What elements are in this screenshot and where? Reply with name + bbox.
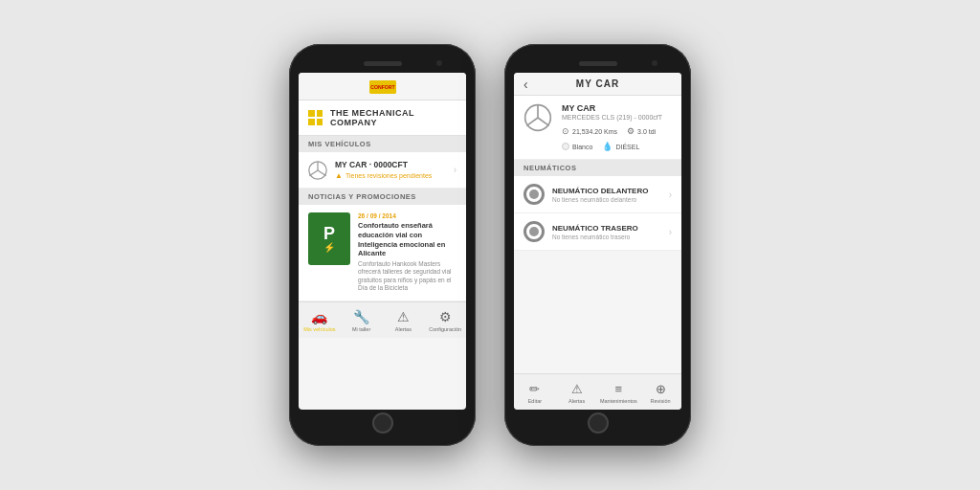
color-dot (562, 143, 569, 150)
tire-rear-info: NEUMÁTICO TRASERO No tienes neumático tr… (552, 224, 661, 240)
screen2-header: ‹ MY CAR (514, 73, 681, 96)
company-name-bar: THE MECHANICAL COMPANY (299, 100, 466, 136)
alert-triangle-icon: ▲ (335, 171, 343, 180)
nav2-alertas[interactable]: ⚠ Alertas (556, 382, 598, 404)
car-stats: ⊙ 21,534.20 Kms ⚙ 3.0 tdi (562, 126, 672, 136)
nav-alertas-label: Alertas (395, 326, 412, 332)
phones-container: CONFORT THE MECHANICAL COMPANY MIS VEHÍC… (289, 44, 691, 446)
tire-rear-chevron-icon: › (669, 227, 672, 237)
vehicle-chevron-icon: › (454, 165, 457, 175)
vehicle-name: MY CAR · 0000CFT (335, 160, 446, 169)
nav-item-taller[interactable]: 🔧 Mi taller (341, 309, 383, 332)
tire-row-front[interactable]: NEUMÁTICO DELANTERO No tienes neumático … (514, 176, 681, 213)
car-kms: 21,534.20 Kms (572, 128, 617, 135)
phone1-top-bar (299, 54, 466, 73)
phone2-speaker (579, 61, 617, 66)
phone1-bottom-nav: 🚗 Mis vehículos 🔧 Mi taller ⚠ Alertas ⚙ … (299, 301, 466, 338)
engine-icon: ⚙ (627, 126, 635, 136)
nav-config-label: Configuración (429, 326, 461, 332)
nav-item-alertas[interactable]: ⚠ Alertas (383, 309, 425, 332)
tire-rear-status: No tienes neumático trasero (552, 234, 661, 240)
car-stat-engine: ⚙ 3.0 tdi (627, 126, 656, 136)
parking-p-icon: P (323, 225, 335, 242)
nav2-rev-icon: ⊕ (656, 382, 666, 396)
nav-taller-icon: 🔧 (353, 309, 369, 324)
vehicles-section-header: MIS VEHÍCULOS (299, 136, 466, 152)
tire-front-name: NEUMÁTICO DELANTERO (552, 187, 661, 195)
car-title: MY CAR (562, 103, 672, 113)
svg-line-8 (526, 118, 538, 125)
company-grid-icon (308, 110, 323, 125)
car-stat-kms: ⊙ 21,534.20 Kms (562, 126, 617, 136)
nav2-mantenimientos[interactable]: ≡ Mantenimientos (598, 382, 640, 404)
nav-vehicles-icon: 🚗 (311, 309, 327, 324)
vehicle-row[interactable]: MY CAR · 0000CFT ▲ Tienes revisiones pen… (299, 152, 466, 189)
back-arrow-icon[interactable]: ‹ (523, 77, 528, 92)
news-image: P ⚡ (308, 212, 350, 265)
tire-front-info: NEUMÁTICO DELANTERO No tienes neumático … (552, 187, 661, 203)
tire-rear-name: NEUMÁTICO TRASERO (552, 224, 661, 233)
nav2-editar-label: Editar (528, 398, 542, 404)
vehicle-alert-text: Tienes revisiones pendientes (345, 172, 432, 179)
mercedes-logo-big (523, 103, 552, 132)
vehicle-alert: ▲ Tienes revisiones pendientes (335, 171, 446, 180)
phone2-screen: ‹ MY CAR MY CAR MERCEDES CLS (219) - 000… (514, 73, 681, 410)
fuel-drop-icon: 💧 (602, 142, 612, 151)
news-body: Confortauto Hankook Masters ofrecerá tal… (358, 260, 457, 293)
phone1-home-button[interactable] (372, 412, 393, 434)
phone2-camera (652, 60, 657, 66)
car-color-text: Blanco (572, 144, 592, 150)
svg-line-9 (538, 118, 549, 125)
svg-text:CONFORT: CONFORT (370, 84, 395, 90)
car-subtitle: MERCEDES CLS (219) - 0000cfT (562, 114, 672, 121)
svg-line-5 (318, 170, 326, 176)
nav2-mant-label: Mantenimientos (600, 398, 637, 404)
phone-1: CONFORT THE MECHANICAL COMPANY MIS VEHÍC… (289, 44, 476, 446)
car-fuel-stat: 💧 DIÉSEL (602, 142, 639, 151)
nav-vehicles-label: Mis vehículos (303, 326, 335, 332)
nav2-alertas-label: Alertas (568, 398, 585, 404)
tire-front-icon (523, 184, 545, 205)
nav-item-vehicles[interactable]: 🚗 Mis vehículos (299, 309, 341, 332)
phone2-bottom-bar (514, 410, 681, 436)
speedometer-icon: ⊙ (562, 126, 569, 136)
phone2-home-button[interactable] (588, 412, 609, 434)
nav-taller-label: Mi taller (352, 326, 370, 332)
car-engine: 3.0 tdi (637, 128, 656, 135)
car-info-section: MY CAR MERCEDES CLS (219) - 0000cfT ⊙ 21… (514, 96, 681, 160)
car-details: MY CAR MERCEDES CLS (219) - 0000cfT ⊙ 21… (562, 103, 672, 151)
car-fuel-text: DIÉSEL (615, 144, 639, 150)
news-content: 26 / 09 / 2014 Confortauto enseñará educ… (358, 212, 457, 293)
app-logo-icon: CONFORT (369, 78, 396, 96)
screen2-filler (514, 251, 681, 373)
nav2-editar-icon: ✏ (529, 382, 540, 396)
nav2-revision[interactable]: ⊕ Revisión (639, 382, 681, 404)
nav-alertas-icon: ⚠ (397, 309, 410, 324)
phone1-bottom-bar (299, 410, 466, 436)
nav2-mant-icon: ≡ (615, 382, 623, 396)
screen1-header: CONFORT (299, 73, 466, 100)
company-name-text: THE MECHANICAL COMPANY (330, 108, 457, 127)
logo-box: CONFORT (369, 78, 396, 96)
tire-front-chevron-icon: › (669, 189, 672, 200)
phone-2: ‹ MY CAR MY CAR MERCEDES CLS (219) - 000… (504, 44, 691, 446)
phone2-top-bar (514, 54, 681, 73)
car-color-stat: Blanco (562, 142, 592, 151)
phone1-speaker (364, 61, 402, 66)
tire-front-status: No tienes neumático delantero (552, 196, 661, 203)
nav-config-icon: ⚙ (439, 309, 452, 324)
vehicle-info: MY CAR · 0000CFT ▲ Tienes revisiones pen… (335, 160, 446, 180)
news-section-header: NOTICIAS Y PROMOCIONES (299, 189, 466, 205)
electric-icon: ⚡ (323, 242, 335, 253)
nav-item-config[interactable]: ⚙ Configuración (424, 309, 466, 332)
tire-row-rear[interactable]: NEUMÁTICO TRASERO No tienes neumático tr… (514, 213, 681, 251)
news-date: 26 / 09 / 2014 (358, 212, 457, 219)
nav2-editar[interactable]: ✏ Editar (514, 382, 556, 404)
phone2-bottom-nav: ✏ Editar ⚠ Alertas ≡ Mantenimientos ⊕ Re… (514, 373, 681, 410)
svg-line-4 (309, 170, 318, 176)
mercedes-logo (308, 161, 327, 180)
news-item[interactable]: P ⚡ 26 / 09 / 2014 Confortauto enseñará … (299, 205, 466, 301)
phone1-camera (436, 60, 442, 66)
tires-section-header: NEUMÁTICOS (514, 160, 681, 176)
nav2-alertas-icon: ⚠ (571, 382, 583, 396)
